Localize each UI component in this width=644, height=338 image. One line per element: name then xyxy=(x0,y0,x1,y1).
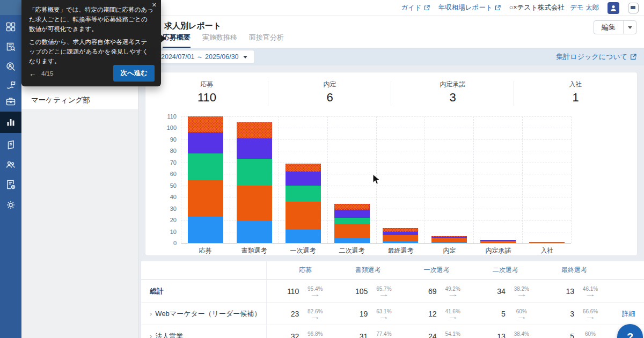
y-axis-tick-label: 40 xyxy=(170,194,177,200)
aggregation-logic-link-label: 集計ロジックについて xyxy=(557,52,627,62)
report-table-header: 応募書類選考一次選考二次選考最終選考 xyxy=(141,261,644,280)
y-axis-tick-label: 20 xyxy=(170,217,177,223)
tab-interview-count-trend[interactable]: 実施数推移 xyxy=(202,33,237,48)
arrow-right-icon: → xyxy=(310,292,321,297)
arrow-right-icon: → xyxy=(516,314,527,319)
y-axis-tick-label: 100 xyxy=(167,124,177,131)
stat-offers: 内定 6 xyxy=(268,78,391,109)
stage-count: 13 xyxy=(491,332,506,338)
main-content: 求人別レポート 応募概要 実施数推移 面接官分析 編集 2024/07/01 ～… xyxy=(138,16,644,338)
sidebar-item-media[interactable] xyxy=(0,135,21,155)
date-range-picker[interactable]: 2024/07/01 ～ 2025/06/30 xyxy=(156,50,254,63)
y-axis-tick-label: 90 xyxy=(170,136,177,143)
table-cell: 366.6%→ xyxy=(542,308,611,319)
stage-count: 32 xyxy=(284,332,299,338)
x-axis-label: 二次選考 xyxy=(339,246,365,255)
guide-link[interactable]: ガイド xyxy=(401,3,429,12)
sidebar-item-form-settings[interactable] xyxy=(0,175,21,194)
sidebar-logo xyxy=(0,0,21,15)
stage-count: 3 xyxy=(559,310,574,318)
sidebar-item-document-search[interactable] xyxy=(0,37,21,56)
sidebar-item-dashboard[interactable] xyxy=(0,17,21,36)
stat-value: 3 xyxy=(391,91,514,105)
sidebar-item-briefcase[interactable] xyxy=(0,92,21,111)
sidebar-item-report[interactable] xyxy=(0,112,21,133)
edit-dropdown-button[interactable] xyxy=(623,21,636,34)
sidebar-item-candidate-search[interactable] xyxy=(0,57,21,76)
arrow-right-icon: → xyxy=(585,292,596,297)
close-icon[interactable]: ✕ xyxy=(152,2,157,9)
table-row-label[interactable]: ›法人営業 xyxy=(141,325,267,338)
x-axis-label: 一次選考 xyxy=(290,246,316,255)
table-cell: 560%→ xyxy=(542,331,611,338)
stage-count: 105 xyxy=(353,287,368,296)
aggregation-logic-link[interactable]: 集計ロジックについて xyxy=(557,52,636,62)
conversion-rate: 96.8%→ xyxy=(304,331,326,338)
table-row-label-text: 総計 xyxy=(150,286,164,296)
conversion-rate: 38.4%→ xyxy=(511,331,532,338)
chevron-down-icon xyxy=(628,26,632,29)
salary-report-link-label: 年収相場レポート xyxy=(438,3,493,12)
next-step-button[interactable]: 次へ進む xyxy=(113,65,155,82)
back-arrow-icon[interactable]: ← xyxy=(29,69,36,78)
edit-button-label[interactable]: 編集 xyxy=(594,21,623,34)
chevron-right-icon: › xyxy=(150,332,152,338)
edit-split-button[interactable]: 編集 xyxy=(594,20,636,34)
table-column-header: 二次選考 xyxy=(473,266,542,275)
stat-value: 1 xyxy=(514,91,637,105)
arrow-right-icon: → xyxy=(447,314,458,319)
table-cell: 10565.7%→ xyxy=(335,286,404,297)
conversion-rate: 54.1%→ xyxy=(442,331,464,338)
table-cell: 3296.8%→ xyxy=(267,331,335,338)
chart-x-axis: 応募書類選考一次選考二次選考最終選考内定内定承諾入社 xyxy=(181,113,572,257)
y-axis-tick-label: 0 xyxy=(173,240,177,246)
conversion-rate: 82.6%→ xyxy=(304,308,326,319)
document-search-icon xyxy=(5,41,16,52)
conversion-rate: 66.6%→ xyxy=(580,308,601,319)
external-link-icon xyxy=(630,54,636,60)
external-link-icon xyxy=(495,5,501,11)
tab-bar: 応募概要 実施数推移 面接官分析 xyxy=(163,33,284,48)
table-row: ›法人営業3296.8%→3177.4%→2454.1%→1338.4%→560… xyxy=(141,325,644,338)
stat-label: 内定 xyxy=(268,80,391,89)
x-axis-label: 内定 xyxy=(443,246,456,255)
table-row-label[interactable]: ›Webマーケター（リーダー候補） xyxy=(141,303,267,325)
x-axis-label: 内定承諾 xyxy=(486,246,511,255)
arrow-right-icon: → xyxy=(516,292,527,297)
detail-link[interactable]: 詳細 xyxy=(622,310,635,318)
screen-capture-icon[interactable] xyxy=(628,3,639,13)
conversion-rate: 49.2%→ xyxy=(442,286,464,297)
user-name[interactable]: デモ 太郎 xyxy=(570,3,599,12)
scout-icon xyxy=(5,80,16,91)
table-row: ›Webマーケター（リーダー候補）2382.6%→1963.1%→1241.6%… xyxy=(141,302,644,325)
stage-count: 31 xyxy=(353,332,368,338)
tab-interviewer-analysis[interactable]: 面接官分析 xyxy=(249,33,284,48)
stat-label: 応募 xyxy=(145,80,268,89)
stage-count: 5 xyxy=(559,332,574,338)
table-detail-cell: 詳細 xyxy=(611,308,644,319)
page-header: 求人別レポート 応募概要 実施数推移 面接官分析 編集 xyxy=(138,16,644,48)
table-cell: 1963.1%→ xyxy=(335,308,404,319)
salary-report-link[interactable]: 年収相場レポート xyxy=(438,3,501,12)
table-cell: 3177.4%→ xyxy=(335,331,404,338)
stage-count: 19 xyxy=(353,310,368,318)
table-cell: 11095.4%→ xyxy=(267,286,335,297)
stat-value: 6 xyxy=(268,91,391,105)
sidebar-item-members[interactable] xyxy=(0,155,21,174)
sidebar-item-settings[interactable] xyxy=(0,195,21,215)
media-icon xyxy=(5,139,16,150)
gear-icon xyxy=(5,200,16,210)
table-cell: 3438.2%→ xyxy=(473,286,542,297)
conversion-rate: 46.1%→ xyxy=(580,286,601,297)
avatar[interactable] xyxy=(608,2,619,14)
bar-chart-icon xyxy=(5,117,16,128)
stat-value: 110 xyxy=(145,91,268,105)
chevron-right-icon: › xyxy=(150,310,152,318)
table-column-header: 応募 xyxy=(267,266,335,275)
stage-count: 23 xyxy=(284,310,299,318)
y-axis-tick-label: 30 xyxy=(170,205,177,212)
y-axis-tick-label: 110 xyxy=(167,113,177,120)
arrow-right-icon: → xyxy=(378,292,390,297)
department-label[interactable]: マーケティング部 xyxy=(31,95,90,105)
tab-application-overview[interactable]: 応募概要 xyxy=(163,33,191,48)
